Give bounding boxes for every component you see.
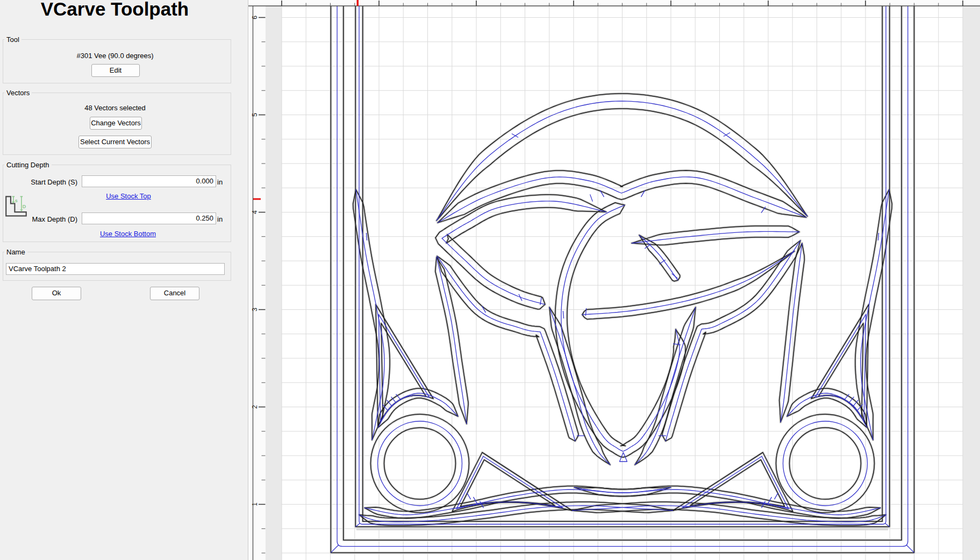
svg-text:4: 4	[251, 210, 259, 214]
svg-text:6: 6	[251, 16, 259, 19]
svg-text:5: 5	[251, 113, 259, 117]
svg-text:D: D	[23, 204, 26, 209]
svg-text:s: s	[15, 198, 18, 203]
svg-text:1: 1	[251, 502, 259, 506]
svg-text:3: 3	[251, 308, 259, 311]
svg-text:2: 2	[251, 405, 259, 409]
